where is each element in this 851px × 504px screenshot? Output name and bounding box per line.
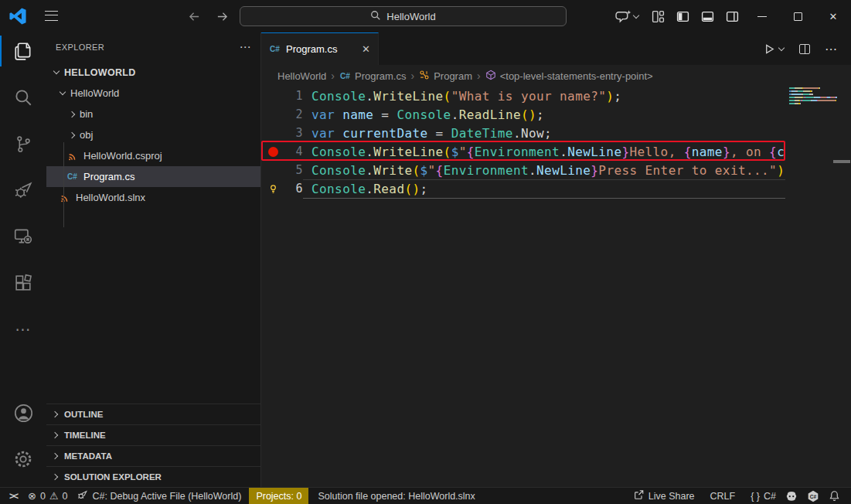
sidebar-item-explorer[interactable]	[0, 32, 46, 70]
settings-gear-icon[interactable]	[0, 441, 46, 478]
tree-item-label: HELLOWORLD	[64, 67, 136, 78]
breadcrumb-folder[interactable]: HelloWorld	[277, 70, 326, 82]
sidebar-item-remote-explorer[interactable]	[0, 218, 46, 255]
copilot-chat-icon[interactable]	[608, 5, 645, 28]
code-token: )	[606, 89, 614, 104]
code-line-1[interactable]: 1Console.WriteLine("What is your name?")…	[261, 87, 785, 105]
tab-close-icon[interactable]: ✕	[362, 43, 370, 55]
back-arrow-icon[interactable]	[184, 6, 204, 26]
section-timeline[interactable]: TIMELINE	[46, 424, 260, 445]
code-token: (	[521, 107, 529, 122]
tree-item-slnx[interactable]: HelloWorld.slnx	[46, 187, 260, 208]
tree-item-bin[interactable]: bin	[46, 104, 260, 124]
tab-bar: C# Program.cs ✕ ⋯	[261, 32, 851, 65]
sidebar-item-source-control[interactable]	[0, 125, 46, 162]
projects-item[interactable]: Projects: 0	[249, 488, 308, 504]
symbol-namespace-icon	[485, 70, 496, 83]
editor-group: C# Program.cs ✕ ⋯ HelloWorld › C# Progra…	[261, 32, 851, 487]
code-token: Write	[373, 163, 412, 178]
remote-indicator[interactable]: ><	[0, 488, 23, 504]
code-token: Read	[373, 182, 404, 196]
minimap-line	[789, 103, 841, 104]
tree-item-helloworld-folder[interactable]: HelloWorld	[46, 83, 260, 104]
toggle-primary-sidebar-icon[interactable]	[670, 5, 695, 28]
indent-guide	[63, 142, 64, 227]
sidebar-title: EXPLORER	[56, 43, 104, 52]
code-token: NewLine	[536, 163, 591, 178]
run-button[interactable]	[760, 39, 788, 58]
code-token: {	[684, 145, 692, 159]
line-number: 4	[284, 145, 303, 158]
tree-item-csproj[interactable]: HelloWorld.csproj	[46, 145, 260, 166]
section-solution-explorer[interactable]: SOLUTION EXPLORER	[46, 466, 260, 487]
code-token: {	[467, 145, 475, 159]
tree-item-program-cs[interactable]: C# Program.cs	[46, 166, 260, 187]
toggle-secondary-sidebar-icon[interactable]	[720, 5, 744, 28]
problems-item[interactable]: ⊗ 0 ⚠ 0	[23, 488, 72, 504]
sidebar-item-run-and-debug[interactable]	[0, 172, 46, 209]
csharp-extension-icon[interactable]: C#	[802, 488, 824, 504]
code-text: Console.WriteLine("What is your name?");	[303, 89, 785, 104]
breakpoint-icon[interactable]	[261, 147, 284, 157]
lightbulb-icon[interactable]	[261, 183, 284, 195]
section-label: TIMELINE	[64, 431, 106, 440]
chevron-right-icon	[52, 453, 58, 459]
breadcrumb-symbol-program[interactable]: Program	[419, 70, 472, 83]
explorer-more-actions-icon[interactable]: ⋯	[240, 40, 251, 54]
breadcrumb-symbol-entry-point[interactable]: <top-level-statements-entry-point>	[485, 70, 653, 83]
code-line-3[interactable]: 3var currentDate = DateTime.Now;	[261, 124, 785, 142]
sidebar-item-search[interactable]	[0, 79, 46, 116]
solution-status-item[interactable]: Solution file opened: HelloWorld.slnx	[313, 488, 479, 504]
csharp-file-icon: C#	[66, 172, 78, 181]
breadcrumb-separator: ›	[331, 70, 335, 82]
notifications-bell-icon[interactable]	[824, 488, 845, 504]
language-mode-item[interactable]: { } C#	[746, 488, 781, 504]
menu-icon[interactable]	[45, 11, 58, 21]
code-token: Hello,	[629, 145, 683, 159]
additional-views-icon[interactable]: ⋯	[0, 311, 46, 348]
code-line-4[interactable]: 4Console.WriteLine($"{Environment.NewLin…	[261, 142, 785, 161]
section-outline[interactable]: OUTLINE	[46, 404, 260, 424]
minimize-button[interactable]	[744, 0, 780, 32]
eol-item[interactable]: CRLF	[706, 488, 740, 504]
editor-more-actions-icon[interactable]: ⋯	[822, 39, 840, 58]
toggle-panel-icon[interactable]	[695, 5, 720, 28]
code-text: var name = Console.ReadLine();	[303, 107, 785, 122]
chevron-right-icon	[52, 432, 58, 438]
split-editor-icon[interactable]	[795, 39, 814, 58]
tab-label: Program.cs	[286, 43, 337, 55]
code-line-5[interactable]: 5Console.Write($"{Environment.NewLine}Pr…	[261, 161, 785, 179]
customize-layout-icon[interactable]	[645, 5, 670, 28]
minimap[interactable]	[789, 87, 841, 106]
close-icon: ✕	[829, 11, 838, 22]
tree-item-label: Program.cs	[83, 171, 134, 182]
command-center-search[interactable]: HelloWorld	[240, 6, 567, 26]
copilot-status-icon[interactable]	[781, 488, 802, 504]
line-number: 2	[284, 107, 303, 121]
code-token: .	[529, 163, 536, 178]
maximize-button[interactable]	[780, 0, 815, 32]
code-editor[interactable]: 1Console.WriteLine("What is your name?")…	[261, 87, 785, 198]
accounts-icon[interactable]	[0, 394, 46, 431]
sidebar-item-extensions[interactable]	[0, 264, 46, 301]
tab-program-cs[interactable]: C# Program.cs ✕	[261, 32, 379, 65]
tree-item-workspace[interactable]: HELLOWORLD	[46, 62, 260, 83]
code-token: "	[428, 163, 436, 178]
brackets-icon: { }	[751, 491, 760, 502]
code-text: Console.Read();	[303, 182, 785, 196]
status-bar: >< ⊗ 0 ⚠ 0 C#: Debug Active File (HelloW…	[0, 487, 851, 504]
debug-target-item[interactable]: C#: Debug Active File (HelloWorld)	[72, 488, 246, 504]
tree-item-label: HelloWorld.slnx	[76, 192, 145, 203]
breadcrumb-file[interactable]: C# Program.cs	[339, 70, 406, 82]
tree-item-obj[interactable]: obj	[46, 124, 260, 145]
live-share-item[interactable]: Live Share	[628, 488, 700, 504]
code-token: (	[444, 145, 451, 159]
tree-item-label: HelloWorld.csproj	[83, 150, 162, 162]
section-metadata[interactable]: METADATA	[46, 445, 260, 466]
chevron-down-icon	[53, 68, 60, 74]
section-label: OUTLINE	[64, 410, 103, 419]
code-line-2[interactable]: 2var name = Console.ReadLine();	[261, 105, 785, 124]
code-line-6[interactable]: 6Console.Read();	[261, 179, 785, 198]
forward-arrow-icon[interactable]	[212, 6, 232, 26]
close-button[interactable]: ✕	[815, 0, 851, 32]
